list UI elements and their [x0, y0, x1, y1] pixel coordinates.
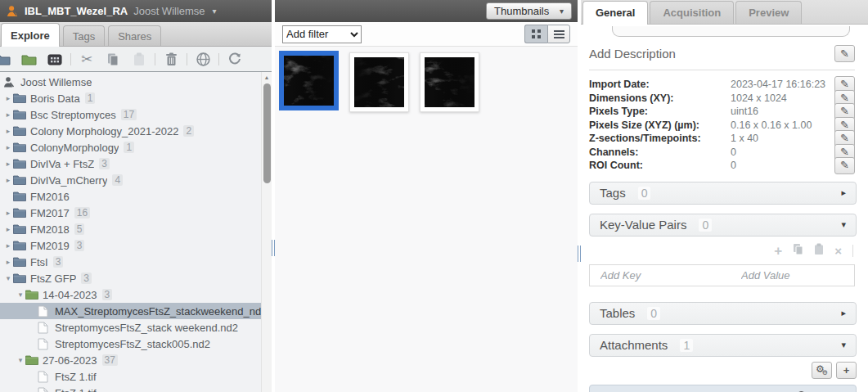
edit-channels-button[interactable]: ✎	[834, 157, 855, 174]
tree-expand-arrow[interactable]: ▸	[3, 110, 13, 119]
attachment-item[interactable]: Image Data (202.35 KB) – ×	[589, 385, 857, 392]
user-menu-dropdown[interactable]: ▾	[213, 7, 217, 16]
tree-row[interactable]: ▸ Boris Data 1	[0, 90, 261, 106]
tab-preview[interactable]: Preview	[735, 1, 802, 24]
tree-row[interactable]: ▸ FM2019 3	[0, 237, 261, 254]
view-toggle-group	[524, 25, 570, 43]
metadata-label: Import Date:	[589, 78, 731, 92]
copy-icon[interactable]	[104, 51, 122, 67]
tree-node-label: 27-06-2023	[43, 354, 97, 367]
tags-section-header[interactable]: Tags 0 ▸	[589, 182, 857, 205]
tab-general[interactable]: General	[582, 1, 648, 25]
resize-handle-icon[interactable]	[272, 240, 275, 256]
tree-row[interactable]: ▸ Bsc Streptomyces 17	[0, 106, 261, 123]
metadata-row: ROI Count: 0 ✎	[589, 159, 855, 173]
attachments-section-header[interactable]: Attachments 1 ▾	[589, 334, 857, 357]
minimize-icon[interactable]: –	[821, 390, 827, 392]
tree-scrollbar[interactable]: ▲	[261, 72, 272, 392]
scrollbar-up-arrow[interactable]: ▲	[262, 72, 272, 83]
tree-expand-arrow[interactable]: ▾	[3, 274, 13, 282]
tree-expand-arrow[interactable]: ▾	[16, 356, 25, 364]
add-attachment-button[interactable]: +	[836, 362, 857, 379]
tree-row[interactable]: ▾ 27-06-2023 37	[0, 352, 261, 368]
remove-attachment-icon[interactable]: ×	[839, 390, 846, 392]
tree-expand-arrow[interactable]: ▸	[3, 143, 13, 151]
new-project-folder-icon[interactable]	[0, 51, 11, 67]
child-count-badge: 4	[112, 174, 123, 186]
tree-node-label: StreptomycesFtsZ_stack weekend.nd2	[55, 322, 238, 334]
tree-row[interactable]: FtsZ 1.tif	[0, 368, 261, 385]
new-dataset-folder-icon[interactable]	[20, 51, 38, 67]
tree-row[interactable]: ▸ DivIVa + FtsZ 3	[0, 155, 261, 172]
thumbnail-image	[425, 57, 474, 107]
tab-acquisition[interactable]: Acquisition	[650, 1, 734, 24]
tree-row[interactable]: FM2016	[0, 188, 261, 205]
tables-section-header[interactable]: Tables 0 ▸	[589, 302, 857, 325]
tree-expand-arrow[interactable]: ▸	[3, 94, 13, 102]
new-screen-icon[interactable]	[46, 51, 64, 67]
tree-row[interactable]: StreptomycesFtsZ_stack weekend.nd2	[0, 319, 261, 336]
tree-node-label: FtsI	[30, 256, 48, 268]
tree-row[interactable]: MAX_StreptomycesFtsZ_stackweekend_nd2-..…	[0, 303, 261, 319]
image-thumbnail[interactable]	[349, 52, 409, 112]
tree-row[interactable]: ▸ DivIVa_mCherry 4	[0, 172, 261, 188]
scrollbar-thumb[interactable]	[263, 83, 271, 183]
tree-node-icon	[13, 273, 26, 285]
tree-row[interactable]: FtsZ 1.tif	[0, 385, 261, 392]
metadata-panel: General Acquisition Preview Add Descript…	[581, 0, 868, 392]
tree-expand-arrow[interactable]: ▸	[3, 176, 13, 184]
attachment-settings-button[interactable]: ⚙⚙	[812, 362, 832, 379]
view-mode-dropdown[interactable]: Thumbnails ▾	[486, 2, 572, 20]
tree-row[interactable]: StreptomycesFtsZ_stack005.nd2	[0, 336, 261, 352]
tree-row[interactable]: ▸ FtsI 3	[0, 254, 261, 270]
copy-pairs-icon[interactable]	[793, 243, 803, 259]
child-count-badge: 17	[121, 109, 137, 120]
delete-pair-icon[interactable]: ×	[834, 244, 842, 258]
child-count-badge: 3	[74, 240, 85, 251]
add-value-input[interactable]	[741, 269, 868, 282]
tree-row[interactable]: Joost Willemse	[0, 74, 261, 90]
tree-node-icon	[25, 289, 38, 301]
tree-row[interactable]: ▸ FM2018 5	[0, 221, 261, 237]
tab-tags[interactable]: Tags	[63, 25, 105, 46]
attachments-label: Attachments	[600, 338, 668, 352]
metadata-value: 1 x 40	[731, 132, 758, 146]
tree-expand-arrow[interactable]: ▸	[3, 160, 13, 168]
image-thumbnail[interactable]	[420, 52, 479, 112]
tree-expand-arrow[interactable]: ▸	[3, 225, 13, 233]
refresh-icon[interactable]	[226, 51, 244, 67]
tree-expand-arrow[interactable]: ▾	[16, 291, 25, 299]
tables-count: 0	[647, 307, 660, 320]
image-thumbnail[interactable]	[279, 51, 339, 110]
tree-expand-arrow[interactable]: ▸	[3, 127, 13, 135]
tab-shares[interactable]: Shares	[108, 25, 161, 46]
tree-row[interactable]: ▸ FM2017 16	[0, 205, 261, 221]
tab-explore[interactable]: Explore	[1, 23, 60, 47]
left-tab-bar: Explore Tags Shares	[0, 22, 272, 47]
globe-icon[interactable]	[194, 51, 212, 67]
project-header: IBL_MBT_Wezel_RA Joost Willemse ▾	[0, 0, 272, 22]
tree-row[interactable]: ▾ 14-04-2023 3	[0, 286, 261, 303]
data-tree: Joost Willemse ▸ Boris Data 1 ▸ Bsc Stre…	[0, 72, 272, 392]
tree-expand-arrow[interactable]: ▸	[3, 209, 13, 217]
tree-row[interactable]: ▾ FtsZ GFP 3	[0, 270, 261, 286]
tree-row[interactable]: ▸ Colony Morphology_2021-2022 2	[0, 123, 261, 139]
edit-description-button[interactable]: ✎	[834, 45, 855, 62]
add-key-input[interactable]	[590, 269, 741, 282]
metadata-tab-bar: General Acquisition Preview	[581, 0, 868, 25]
cut-icon[interactable]: ✂	[78, 51, 96, 67]
delete-trash-icon[interactable]	[162, 51, 180, 67]
tree-node-icon	[13, 125, 26, 137]
tree-expand-arrow[interactable]: ▸	[3, 241, 13, 250]
tree-expand-arrow[interactable]: ▸	[3, 258, 13, 266]
paste-pairs-icon[interactable]	[814, 243, 824, 259]
tree-node-icon	[38, 371, 51, 383]
key-value-section-header[interactable]: Key-Value Pairs 0 ▾	[589, 214, 857, 237]
list-view-button[interactable]	[547, 25, 570, 43]
grid-view-button[interactable]	[524, 25, 547, 43]
add-filter-select[interactable]: Add filter	[282, 25, 362, 43]
paste-icon[interactable]	[130, 51, 148, 67]
left-panel-resizer[interactable]	[272, 0, 275, 392]
add-pair-icon[interactable]: +	[774, 243, 782, 259]
tree-row[interactable]: ▸ ColonyMorphology 1	[0, 139, 261, 155]
